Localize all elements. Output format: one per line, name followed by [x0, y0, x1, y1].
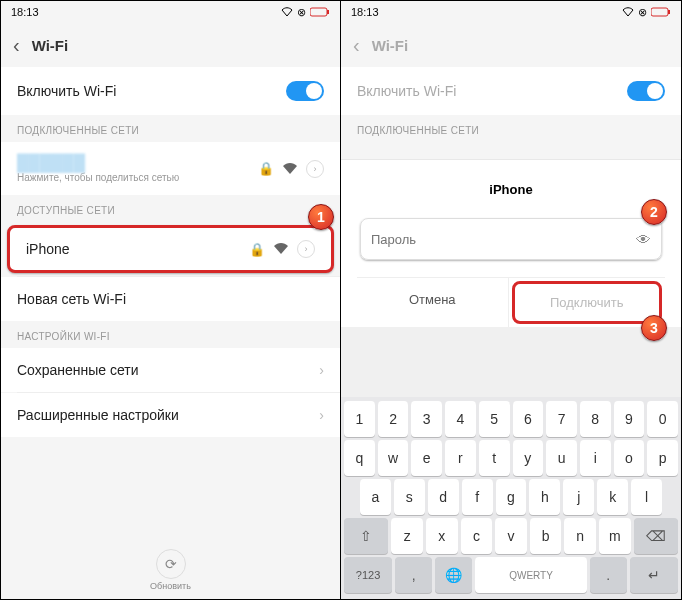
saved-networks-label: Сохраненные сети — [17, 362, 139, 378]
period-key[interactable]: . — [590, 557, 627, 593]
key-r[interactable]: r — [445, 440, 476, 476]
saved-networks-row[interactable]: Сохраненные сети › — [1, 348, 340, 392]
chevron-right-icon: › — [319, 407, 324, 423]
enable-wifi-label: Включить Wi-Fi — [17, 83, 116, 99]
keyboard[interactable]: 1234567890 qwertyuiop asdfghjkl ⇧ zxcvbn… — [341, 397, 681, 599]
key-p[interactable]: p — [647, 440, 678, 476]
key-g[interactable]: g — [496, 479, 527, 515]
kbd-row-3: asdfghjkl — [344, 479, 678, 515]
key-q[interactable]: q — [344, 440, 375, 476]
key-3[interactable]: 3 — [411, 401, 442, 437]
key-y[interactable]: y — [513, 440, 544, 476]
section-settings: НАСТРОЙКИ WI-FI — [1, 321, 340, 348]
wifi-toggle[interactable] — [286, 81, 324, 101]
page-title: Wi-Fi — [372, 37, 409, 54]
wifi-toggle-row: Включить Wi-Fi — [341, 67, 681, 115]
key-z[interactable]: z — [391, 518, 423, 554]
key-b[interactable]: b — [530, 518, 562, 554]
comma-key[interactable]: , — [395, 557, 432, 593]
status-time: 18:13 — [11, 6, 39, 18]
header: ‹ Wi-Fi — [1, 23, 340, 67]
status-icons: ⊗ — [281, 6, 330, 19]
key-1[interactable]: 1 — [344, 401, 375, 437]
network-name: iPhone — [26, 241, 70, 257]
password-field-wrap[interactable]: 👁 — [360, 218, 662, 260]
kbd-row-1: 1234567890 — [344, 401, 678, 437]
chevron-right-icon: › — [319, 362, 324, 378]
kbd-row-2: qwertyuiop — [344, 440, 678, 476]
key-o[interactable]: o — [614, 440, 645, 476]
key-x[interactable]: x — [426, 518, 458, 554]
network-icons: 🔒 › — [258, 160, 324, 178]
key-j[interactable]: j — [563, 479, 594, 515]
key-6[interactable]: 6 — [513, 401, 544, 437]
connected-network-row[interactable]: ██████ Нажмите, чтобы поделиться сетью 🔒… — [1, 142, 340, 195]
right-screen: 18:13 ⊗ ‹ Wi-Fi Включить Wi-Fi ПОДКЛЮЧЕН… — [341, 1, 681, 599]
key-h[interactable]: h — [529, 479, 560, 515]
key-v[interactable]: v — [495, 518, 527, 554]
available-network-iphone[interactable]: iPhone 🔒 › — [7, 225, 334, 273]
wifi-status-icon — [281, 7, 293, 17]
new-network-label: Новая сеть Wi-Fi — [17, 291, 126, 307]
kbd-row-4: ⇧ zxcvbnm⌫ — [344, 518, 678, 554]
svg-rect-3 — [668, 10, 670, 14]
key-2[interactable]: 2 — [378, 401, 409, 437]
back-icon[interactable]: ‹ — [13, 34, 20, 57]
connected-network-hint: Нажмите, чтобы поделиться сетью — [17, 172, 179, 183]
wifi-toggle — [627, 81, 665, 101]
chevron-right-icon[interactable]: › — [306, 160, 324, 178]
step-badge-1: 1 — [308, 204, 334, 230]
key-d[interactable]: d — [428, 479, 459, 515]
key-s[interactable]: s — [394, 479, 425, 515]
cancel-button[interactable]: Отмена — [357, 278, 509, 327]
key-0[interactable]: 0 — [647, 401, 678, 437]
key-e[interactable]: e — [411, 440, 442, 476]
enter-key[interactable]: ↵ — [630, 557, 678, 593]
key-t[interactable]: t — [479, 440, 510, 476]
globe-key[interactable]: 🌐 — [435, 557, 472, 593]
key-l[interactable]: l — [631, 479, 662, 515]
connected-network-name: ██████ — [17, 154, 179, 172]
key-m[interactable]: m — [599, 518, 631, 554]
dialog-overlay: iPhone 👁 2 Отмена Подключить 3 — [341, 159, 681, 599]
symbols-key[interactable]: ?123 — [344, 557, 392, 593]
key-n[interactable]: n — [564, 518, 596, 554]
chevron-right-icon[interactable]: › — [297, 240, 315, 258]
svg-rect-0 — [310, 8, 327, 16]
header: ‹ Wi-Fi — [341, 23, 681, 67]
key-a[interactable]: a — [360, 479, 391, 515]
new-network-row[interactable]: Новая сеть Wi-Fi — [1, 277, 340, 321]
key-4[interactable]: 4 — [445, 401, 476, 437]
key-7[interactable]: 7 — [546, 401, 577, 437]
key-9[interactable]: 9 — [614, 401, 645, 437]
refresh-icon: ⟳ — [156, 549, 186, 579]
cross-icon: ⊗ — [638, 6, 647, 19]
dialog-title: iPhone — [357, 176, 665, 215]
key-u[interactable]: u — [546, 440, 577, 476]
battery-icon — [310, 7, 330, 17]
back-icon[interactable]: ‹ — [353, 34, 360, 57]
key-f[interactable]: f — [462, 479, 493, 515]
key-i[interactable]: i — [580, 440, 611, 476]
key-8[interactable]: 8 — [580, 401, 611, 437]
wifi-toggle-row[interactable]: Включить Wi-Fi — [1, 67, 340, 115]
key-c[interactable]: c — [461, 518, 493, 554]
advanced-settings-row[interactable]: Расширенные настройки › — [1, 393, 340, 437]
key-k[interactable]: k — [597, 479, 628, 515]
left-screen: 18:13 ⊗ ‹ Wi-Fi Включить Wi-Fi ПОДКЛЮЧЕН… — [1, 1, 341, 599]
section-connected: ПОДКЛЮЧЕННЫЕ СЕТИ — [1, 115, 340, 142]
backspace-key[interactable]: ⌫ — [634, 518, 678, 554]
refresh-button[interactable]: ⟳ Обновить — [1, 549, 340, 591]
refresh-label: Обновить — [150, 581, 191, 591]
key-w[interactable]: w — [378, 440, 409, 476]
cross-icon: ⊗ — [297, 6, 306, 19]
password-dialog: iPhone 👁 2 Отмена Подключить 3 — [341, 159, 681, 327]
status-time: 18:13 — [351, 6, 379, 18]
eye-icon[interactable]: 👁 — [636, 231, 651, 248]
connect-button[interactable]: Подключить — [512, 281, 663, 324]
space-key[interactable]: QWERTY — [475, 557, 586, 593]
password-input[interactable] — [371, 232, 636, 247]
shift-key[interactable]: ⇧ — [344, 518, 388, 554]
key-5[interactable]: 5 — [479, 401, 510, 437]
lock-icon: 🔒 — [258, 161, 274, 176]
